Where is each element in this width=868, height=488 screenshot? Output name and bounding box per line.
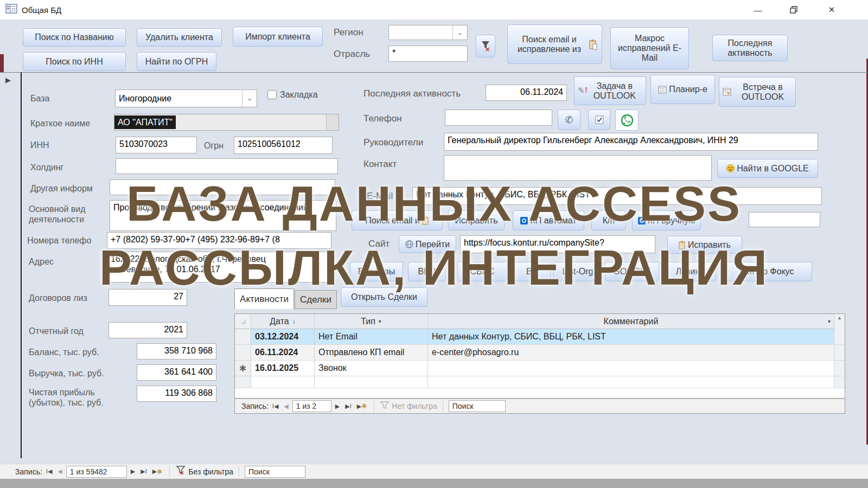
last-record-icon[interactable]: ▶Ι	[343, 403, 353, 410]
new-record-selector[interactable]: ✱	[235, 361, 251, 376]
kp-small-button[interactable]: К/п	[591, 210, 626, 230]
column-header-date[interactable]: Дата↓	[251, 314, 315, 329]
sbis-button[interactable]: СБИС	[457, 262, 507, 281]
column-header-comment[interactable]: Комментарий▾	[428, 314, 834, 329]
table-row[interactable]: 06.11.2024 Отправлено КП email e-center@…	[235, 345, 845, 361]
outlook-meeting-button[interactable]: Встреча в OUTLOOK	[719, 77, 796, 107]
phone-field[interactable]	[445, 110, 552, 126]
leasing-button[interactable]: Лизинг	[663, 262, 716, 281]
row-selector[interactable]	[235, 329, 251, 345]
all-bases-button[interactable]: Все базы	[350, 262, 403, 281]
outlook-icon: O	[520, 217, 528, 224]
new-record-icon[interactable]: ▶✱	[151, 468, 164, 476]
region-dropdown[interactable]: ⌄	[388, 25, 468, 40]
table-row[interactable]: 03.12.2024 Нет Email Нет данных Контур, …	[235, 329, 845, 345]
subform-search-input[interactable]: Поиск	[449, 400, 506, 412]
kp-manual-button[interactable]: O КП вручную	[632, 210, 701, 230]
kp-auto-button[interactable]: O КП автомат	[513, 210, 584, 230]
inn-field[interactable]: 5103070023	[116, 137, 197, 153]
whatsapp-button[interactable]	[615, 110, 639, 131]
find-in-google-button[interactable]: Найти в GOOGLE	[717, 159, 818, 178]
site-fix-button[interactable]: Исправить	[667, 236, 742, 254]
email-search-button[interactable]: Поиск email и	[352, 210, 443, 230]
table-scrollbar[interactable]: ▲	[834, 314, 845, 331]
chevron-down-icon[interactable]: ⌄	[452, 25, 467, 40]
vk-button[interactable]: ВК	[513, 262, 551, 281]
email-field[interactable]: Нет данных Контур, СБИС, ВБЦ, РБК, LIST	[412, 187, 822, 205]
last-activity-field[interactable]: 06.11.2024	[486, 85, 567, 101]
activity-field[interactable]: Производство удобрений и азотных соедине…	[110, 200, 336, 231]
revenue-field[interactable]: 361 641 400	[137, 364, 216, 381]
new-record-icon[interactable]: ▶✱	[355, 402, 369, 410]
contact-field[interactable]	[444, 155, 712, 181]
balance-field[interactable]: 358 710 968	[137, 343, 216, 359]
address-field[interactable]: 162622, Вологодская обл, г.Череповец ш С…	[107, 252, 331, 282]
access-window: Общая БД — ✕ Поиск по Названию Удалить к…	[0, 0, 868, 488]
email-search-fix-button[interactable]: Поиск email и исправление из	[507, 24, 602, 64]
go-to-site-button[interactable]: Перейти	[399, 235, 456, 253]
email-macro-button[interactable]: Макрос исправлений E-Mail	[610, 27, 689, 69]
ogrn-field[interactable]: 1025100561012	[234, 137, 333, 154]
tab-activities[interactable]: Активности	[234, 288, 294, 309]
managers-field[interactable]: Генеральный директор Гильгенберг Алексан…	[444, 133, 818, 151]
other-info-label: Другая информ	[30, 183, 93, 194]
google-button[interactable]: GOOGLE	[605, 262, 659, 281]
kontur-focus-button[interactable]: Контур Фокус	[722, 262, 812, 281]
outlook-icon: O	[638, 217, 646, 224]
search-by-inn-button[interactable]: Поиск по ИНН	[23, 52, 126, 71]
search-by-name-button[interactable]: Поиск по Названию	[23, 28, 126, 47]
call-button[interactable]: ✆	[558, 110, 580, 130]
last-activity-button[interactable]: Последняя активность	[712, 35, 788, 61]
email-fix-button[interactable]: Исправить	[448, 210, 505, 230]
short-name-label: Краткое наиме	[30, 118, 90, 129]
outlook-task-button[interactable]: ✎! Задача в OUTLOOK	[574, 76, 646, 105]
no-filter-icon[interactable]: ✕	[175, 466, 186, 477]
activity-label: Основной вид деятельности	[29, 204, 110, 224]
main-search-input[interactable]: Поиск	[245, 466, 305, 478]
holding-field[interactable]	[116, 158, 338, 174]
vvc-button[interactable]: ВВЦ	[408, 262, 446, 281]
row-selector[interactable]	[235, 345, 251, 361]
restore-button[interactable]	[781, 0, 806, 20]
bookmark-checkbox[interactable]	[267, 90, 277, 99]
import-client-button[interactable]: Импорт клиента	[233, 27, 323, 47]
minimize-button[interactable]: —	[745, 0, 770, 20]
record-position-box[interactable]: 1 из 2	[292, 400, 331, 412]
filter-arrow-icon: ▾	[828, 318, 831, 324]
last-record-icon[interactable]: ▶Ι	[139, 468, 149, 475]
open-deals-button[interactable]: Открыть Сделки	[341, 287, 427, 307]
base-dropdown[interactable]: Иногородние ⌄	[115, 89, 257, 107]
site-url-field[interactable]: https://focus.kontur.ru/companySite?	[460, 235, 655, 253]
next-record-icon[interactable]: ▶	[334, 403, 341, 410]
tab-deals[interactable]: Сделки	[295, 290, 337, 309]
delete-client-button[interactable]: Удалить клиента	[137, 28, 222, 47]
first-record-icon[interactable]: Ι◀	[44, 468, 54, 475]
email-extra-field[interactable]	[749, 212, 820, 227]
holding-label: Холдинг	[30, 162, 63, 172]
next-record-icon[interactable]: ▶	[129, 468, 137, 475]
table-row[interactable]: ✱ 16.01.2025 Звонок	[235, 361, 845, 376]
filter-icon	[380, 401, 390, 412]
record-position-box[interactable]: 1 из 59482	[66, 466, 127, 478]
industry-field[interactable]: *	[388, 46, 468, 62]
contact-label: Контакт	[363, 159, 397, 170]
phones-field[interactable]: +7 (8202) 59-37-90+7 (495) 232-96-89+7 (…	[107, 232, 331, 249]
clear-filter-button[interactable]: ✕	[476, 35, 495, 57]
prev-record-icon[interactable]: ◀	[282, 403, 290, 410]
other-info-field[interactable]	[110, 179, 335, 195]
leasing-field[interactable]: 27	[108, 289, 187, 306]
mark-done-button[interactable]	[588, 110, 610, 130]
email-label: E-Mail	[367, 191, 393, 202]
find-by-ogrn-button[interactable]: Найти по ОГРН	[137, 52, 216, 71]
close-button[interactable]: ✕	[819, 0, 844, 20]
list-org-button[interactable]: List-Org	[553, 262, 602, 281]
prev-record-icon[interactable]: ◀	[56, 468, 63, 475]
year-field[interactable]: 2021	[108, 322, 187, 338]
profit-field[interactable]: 119 306 868	[137, 386, 216, 402]
bookmark-label: Закладка	[280, 89, 318, 100]
planner-button[interactable]: Планир-е	[650, 75, 715, 104]
column-header-type[interactable]: Тип▾	[315, 314, 428, 329]
first-record-icon[interactable]: Ι◀	[271, 403, 280, 410]
chevron-down-icon[interactable]: ⌄	[242, 90, 257, 107]
short-name-field[interactable]: АО "АПАТИТ"	[114, 114, 339, 131]
